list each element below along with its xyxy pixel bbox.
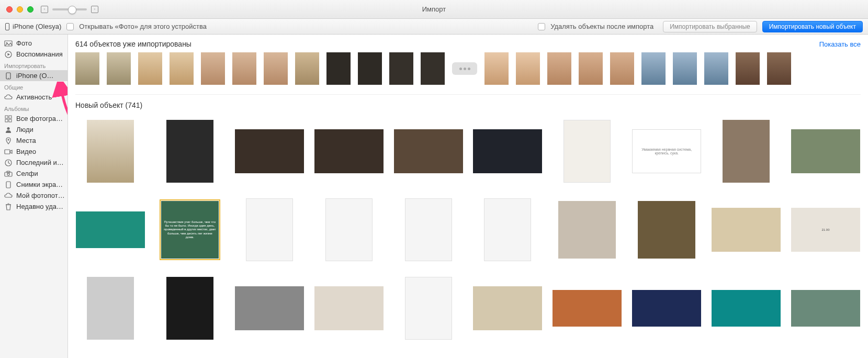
photo-thumbnail[interactable] bbox=[736, 52, 760, 85]
sidebar-item-selfie[interactable]: Селфи bbox=[0, 168, 67, 179]
show-all-link[interactable]: Показать все bbox=[819, 40, 861, 48]
new-objects-title: Новый объект (741) bbox=[75, 101, 861, 109]
photo-thumbnail[interactable] bbox=[166, 277, 213, 340]
svg-rect-6 bbox=[9, 116, 12, 118]
sidebar-item-recently-deleted[interactable]: Недавно уда… bbox=[0, 201, 67, 212]
sidebar-item-label: Снимки экра… bbox=[16, 181, 63, 188]
photo-thumbnail[interactable] bbox=[712, 290, 781, 327]
photo-thumbnail[interactable] bbox=[166, 120, 213, 183]
photo-thumbnail[interactable] bbox=[170, 52, 194, 85]
photo-thumbnail[interactable] bbox=[563, 120, 611, 183]
photo-thumbnail[interactable] bbox=[358, 52, 382, 85]
sidebar-item-label: Люди bbox=[16, 126, 33, 133]
window-titlebar: ▫ ▫ Импорт bbox=[0, 0, 868, 19]
sidebar-item-video[interactable]: Видео bbox=[0, 146, 67, 157]
photo-thumbnail[interactable] bbox=[405, 277, 452, 340]
photo-thumbnail[interactable]: 21.00 bbox=[791, 208, 860, 252]
photo-thumbnail[interactable] bbox=[791, 129, 860, 173]
photo-thumbnail[interactable] bbox=[632, 290, 701, 327]
photo-thumbnail[interactable] bbox=[421, 52, 445, 85]
zoom-slider[interactable] bbox=[52, 8, 87, 10]
sidebar-item-label: Селфи bbox=[16, 170, 38, 177]
photo-thumbnail[interactable] bbox=[405, 198, 452, 261]
photo-thumbnail[interactable] bbox=[326, 52, 351, 85]
photo-thumbnail[interactable]: Уважаемая нервная система, крепись, сука… bbox=[632, 129, 701, 173]
more-ellipsis[interactable] bbox=[452, 62, 477, 75]
import-new-button[interactable]: Импортировать новый объект bbox=[762, 21, 863, 32]
photo-thumbnail[interactable] bbox=[579, 52, 603, 85]
sidebar-item-screenshots[interactable]: Снимки экра… bbox=[0, 179, 67, 190]
delete-after-checkbox[interactable] bbox=[538, 23, 545, 30]
zoom-in-icon[interactable]: ▫ bbox=[91, 6, 98, 13]
window-controls bbox=[0, 6, 33, 13]
photo-thumbnail[interactable] bbox=[641, 52, 666, 85]
photo-thumbnail[interactable] bbox=[767, 52, 791, 85]
photo-thumbnail[interactable] bbox=[791, 290, 860, 327]
svg-rect-16 bbox=[6, 182, 10, 188]
photo-thumbnail[interactable] bbox=[325, 198, 373, 261]
photo-thumbnail[interactable] bbox=[553, 290, 622, 327]
svg-point-10 bbox=[8, 139, 9, 140]
photo-thumbnail[interactable] bbox=[712, 208, 781, 252]
photo-thumbnail[interactable] bbox=[295, 52, 319, 85]
photo-thumbnail[interactable] bbox=[610, 52, 634, 85]
delete-after-label: Удалять объекты после импорта bbox=[550, 23, 653, 30]
photo-thumbnail[interactable] bbox=[394, 129, 463, 173]
photo-thumbnail[interactable] bbox=[246, 198, 293, 261]
photo-thumbnail[interactable]: Путешествия учат больше, чем что бы то н… bbox=[161, 201, 219, 259]
photo-thumbnail[interactable] bbox=[723, 120, 770, 183]
photo-thumbnail[interactable] bbox=[389, 52, 413, 85]
sidebar-item-memories[interactable]: Воспоминания bbox=[0, 49, 67, 60]
clock-icon bbox=[4, 159, 13, 166]
play-circle-icon bbox=[4, 51, 13, 58]
pin-icon bbox=[4, 137, 13, 144]
annotation-arrow-icon bbox=[50, 82, 68, 139]
photo-thumbnail[interactable] bbox=[235, 129, 304, 173]
photo-thumbnail[interactable] bbox=[484, 52, 509, 85]
device-toolbar: iPhone (Olesya) Открывать «Фото» для это… bbox=[0, 19, 868, 35]
sidebar-item-label: Места bbox=[16, 137, 36, 144]
sidebar-item-photos[interactable]: Фото bbox=[0, 38, 67, 49]
photo-thumbnail[interactable] bbox=[235, 286, 304, 330]
photo-thumbnail[interactable] bbox=[264, 52, 288, 85]
trash-icon bbox=[4, 203, 13, 210]
photo-thumbnail[interactable] bbox=[138, 52, 162, 85]
minimize-icon[interactable] bbox=[17, 6, 23, 13]
photo-thumbnail[interactable] bbox=[76, 211, 145, 248]
svg-point-9 bbox=[7, 127, 10, 130]
svg-rect-7 bbox=[5, 119, 8, 122]
import-selected-button[interactable]: Импортировать выбранные bbox=[663, 21, 757, 32]
photo-thumbnail[interactable] bbox=[75, 52, 99, 85]
cloud-icon bbox=[4, 94, 13, 101]
content-area: 614 объектов уже импортированы Показать … bbox=[68, 35, 868, 358]
photo-thumbnail[interactable] bbox=[547, 52, 571, 85]
photo-thumbnail[interactable] bbox=[87, 277, 134, 340]
photo-thumbnail[interactable] bbox=[473, 286, 542, 330]
photo-thumbnail[interactable] bbox=[558, 201, 616, 259]
zoom-controls: ▫ ▫ bbox=[41, 6, 98, 13]
person-icon bbox=[4, 126, 13, 133]
photo-thumbnail[interactable] bbox=[201, 52, 225, 85]
phone-icon bbox=[4, 72, 13, 80]
close-icon[interactable] bbox=[6, 6, 13, 13]
photo-thumbnail[interactable] bbox=[87, 120, 134, 183]
open-photos-checkbox[interactable] bbox=[66, 23, 74, 30]
photo-thumbnail[interactable] bbox=[484, 198, 531, 261]
photo-thumbnail[interactable] bbox=[314, 286, 384, 330]
sidebar-section-import: Импортировать bbox=[0, 60, 67, 70]
zoom-out-icon[interactable]: ▫ bbox=[41, 6, 48, 13]
sidebar-item-iphone[interactable]: iPhone (O… bbox=[0, 70, 67, 81]
photo-thumbnail[interactable] bbox=[516, 52, 540, 85]
photo-thumbnail[interactable] bbox=[473, 129, 542, 173]
photo-thumbnail[interactable] bbox=[232, 52, 256, 85]
sidebar-item-photostream[interactable]: Мой фотопот… bbox=[0, 190, 67, 201]
photo-thumbnail[interactable] bbox=[107, 52, 131, 85]
photo-thumbnail[interactable] bbox=[314, 129, 384, 173]
fullscreen-icon[interactable] bbox=[27, 6, 33, 13]
sidebar-item-label: Воспоминания bbox=[16, 50, 63, 58]
sidebar-item-label: Видео bbox=[16, 148, 36, 155]
photo-thumbnail[interactable] bbox=[704, 52, 728, 85]
photo-thumbnail[interactable] bbox=[638, 201, 695, 259]
photo-thumbnail[interactable] bbox=[673, 52, 697, 85]
sidebar-item-recent[interactable]: Последний и… bbox=[0, 157, 67, 168]
